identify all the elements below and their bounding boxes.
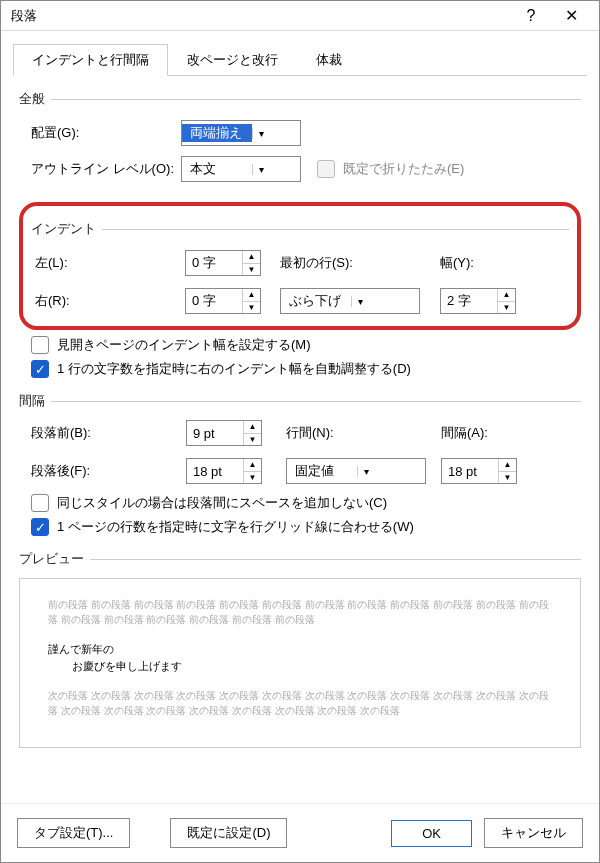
set-default-button[interactable]: 既定に設定(D)	[170, 818, 287, 848]
close-button[interactable]: ✕	[551, 6, 591, 25]
collapse-label: 既定で折りたたみ(E)	[343, 160, 464, 178]
indent-by-input[interactable]	[441, 289, 497, 313]
spacing-at-spinner[interactable]: ▲▼	[441, 458, 517, 484]
indent-right-spinner[interactable]: ▲▼	[185, 288, 261, 314]
auto-adjust-indent-label: 1 行の文字数を指定時に右のインデント幅を自動調整する(D)	[57, 360, 411, 378]
preview-sample-line2: お慶びを申し上げます	[48, 658, 552, 675]
indent-left-input[interactable]	[186, 251, 242, 275]
mirror-indent-checkbox[interactable]	[31, 336, 49, 354]
snap-grid-checkbox[interactable]: ✓	[31, 518, 49, 536]
preview-sample: 謹んで新年の お慶びを申し上げます	[48, 641, 552, 674]
ok-button[interactable]: OK	[391, 820, 472, 847]
space-after-spinner[interactable]: ▲▼	[186, 458, 262, 484]
content-area: 全般 配置(G): 両端揃え ▾ アウトライン レベル(O): 本文 ▾ 既定で…	[1, 76, 599, 803]
space-after-label: 段落後(F):	[31, 462, 186, 480]
space-before-label: 段落前(B):	[31, 424, 186, 442]
spin-up-icon[interactable]: ▲	[243, 251, 260, 264]
spin-up-icon[interactable]: ▲	[244, 421, 261, 434]
by-label: 幅(Y):	[440, 254, 525, 272]
divider	[51, 99, 581, 100]
spin-down-icon[interactable]: ▼	[244, 472, 261, 484]
divider	[90, 559, 581, 560]
help-button[interactable]: ?	[511, 7, 551, 25]
preview-sample-line1: 謹んで新年の	[48, 641, 552, 658]
group-general: 全般 配置(G): 両端揃え ▾ アウトライン レベル(O): 本文 ▾ 既定で…	[19, 90, 581, 184]
auto-adjust-indent-checkbox[interactable]: ✓	[31, 360, 49, 378]
cancel-button[interactable]: キャンセル	[484, 818, 583, 848]
space-after-input[interactable]	[187, 459, 243, 483]
chevron-down-icon: ▾	[252, 164, 270, 175]
mirror-indent-label: 見開きページのインデント幅を設定する(M)	[57, 336, 311, 354]
spin-up-icon[interactable]: ▲	[498, 289, 515, 302]
indent-left-label: 左(L):	[35, 254, 185, 272]
group-general-title: 全般	[19, 90, 45, 108]
spin-down-icon[interactable]: ▼	[243, 302, 260, 314]
outline-level-select[interactable]: 本文 ▾	[181, 156, 301, 182]
dialog-footer: タブ設定(T)... 既定に設定(D) OK キャンセル	[1, 803, 599, 862]
divider	[102, 229, 569, 230]
group-preview: プレビュー 前の段落 前の段落 前の段落 前の段落 前の段落 前の段落 前の段落…	[19, 550, 581, 748]
group-indent-highlight: インデント 左(L): ▲▼ 最初の行(S): 幅(Y): 右(R):	[19, 202, 581, 330]
chevron-down-icon: ▾	[351, 296, 369, 307]
paragraph-dialog: 段落 ? ✕ インデントと行間隔 改ページと改行 体裁 全般 配置(G): 両端…	[0, 0, 600, 863]
spin-down-icon[interactable]: ▼	[498, 302, 515, 314]
spin-down-icon[interactable]: ▼	[244, 434, 261, 446]
outline-level-label: アウトライン レベル(O):	[31, 160, 181, 178]
titlebar: 段落 ? ✕	[1, 1, 599, 31]
tab-asian-typography[interactable]: 体裁	[297, 44, 361, 76]
spacing-at-label: 間隔(A):	[441, 424, 531, 442]
spin-up-icon[interactable]: ▲	[499, 459, 516, 472]
snap-grid-label: 1 ページの行数を指定時に文字を行グリッド線に合わせる(W)	[57, 518, 414, 536]
spin-down-icon[interactable]: ▼	[499, 472, 516, 484]
tabs-button[interactable]: タブ設定(T)...	[17, 818, 130, 848]
tab-indent-spacing[interactable]: インデントと行間隔	[13, 44, 168, 76]
spacing-at-input[interactable]	[442, 459, 498, 483]
preview-prev-text: 前の段落 前の段落 前の段落 前の段落 前の段落 前の段落 前の段落 前の段落 …	[48, 597, 552, 627]
no-space-same-style-checkbox[interactable]	[31, 494, 49, 512]
alignment-label: 配置(G):	[31, 124, 181, 142]
space-before-input[interactable]	[187, 421, 243, 445]
line-spacing-select[interactable]: 固定値 ▾	[286, 458, 426, 484]
no-space-same-style-label: 同じスタイルの場合は段落間にスペースを追加しない(C)	[57, 494, 387, 512]
group-preview-title: プレビュー	[19, 550, 84, 568]
spin-up-icon[interactable]: ▲	[244, 459, 261, 472]
tab-pagebreak[interactable]: 改ページと改行	[168, 44, 297, 76]
chevron-down-icon: ▾	[357, 466, 375, 477]
indent-right-input[interactable]	[186, 289, 242, 313]
group-spacing: 間隔 段落前(B): ▲▼ 行間(N): 間隔(A): 段落後(F):	[19, 392, 581, 536]
divider	[51, 401, 581, 402]
dialog-title: 段落	[11, 7, 511, 25]
first-line-label: 最初の行(S):	[280, 254, 440, 272]
tab-strip: インデントと行間隔 改ページと改行 体裁	[13, 43, 587, 76]
indent-right-label: 右(R):	[35, 292, 185, 310]
group-spacing-title: 間隔	[19, 392, 45, 410]
collapse-checkbox	[317, 160, 335, 178]
preview-next-text: 次の段落 次の段落 次の段落 次の段落 次の段落 次の段落 次の段落 次の段落 …	[48, 688, 552, 718]
indent-left-spinner[interactable]: ▲▼	[185, 250, 261, 276]
spin-up-icon[interactable]: ▲	[243, 289, 260, 302]
group-indent-title: インデント	[31, 220, 96, 238]
indent-by-spinner[interactable]: ▲▼	[440, 288, 516, 314]
space-before-spinner[interactable]: ▲▼	[186, 420, 262, 446]
alignment-select[interactable]: 両端揃え ▾	[181, 120, 301, 146]
chevron-down-icon: ▾	[252, 128, 270, 139]
first-line-select[interactable]: ぶら下げ ▾	[280, 288, 420, 314]
preview-box: 前の段落 前の段落 前の段落 前の段落 前の段落 前の段落 前の段落 前の段落 …	[19, 578, 581, 748]
line-spacing-label: 行間(N):	[286, 424, 441, 442]
spin-down-icon[interactable]: ▼	[243, 264, 260, 276]
